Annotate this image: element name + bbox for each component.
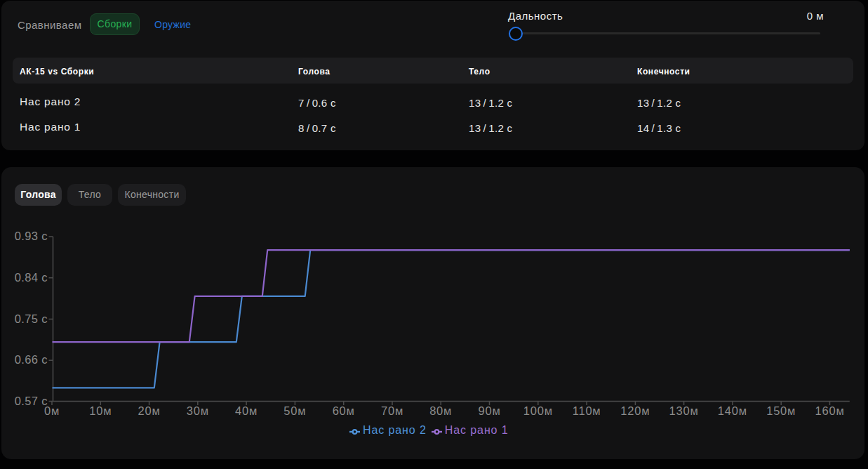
svg-text:110м: 110м <box>573 404 601 417</box>
svg-text:50м: 50м <box>283 404 306 417</box>
svg-text:100м: 100м <box>523 404 553 417</box>
svg-text:20м: 20м <box>138 404 161 417</box>
svg-text:0.93 с: 0.93 с <box>15 230 48 242</box>
svg-text:160м: 160м <box>815 404 844 417</box>
svg-text:140м: 140м <box>718 404 747 417</box>
svg-text:70м: 70м <box>381 404 403 417</box>
svg-text:130м: 130м <box>669 404 699 417</box>
svg-text:0м: 0м <box>44 404 60 417</box>
svg-text:90м: 90м <box>478 404 500 417</box>
svg-text:150м: 150м <box>766 404 796 417</box>
svg-text:0.57 с: 0.57 с <box>15 395 48 407</box>
svg-text:80м: 80м <box>429 404 452 417</box>
svg-text:40м: 40м <box>235 404 258 417</box>
svg-text:120м: 120м <box>620 404 650 417</box>
svg-text:30м: 30м <box>187 404 209 417</box>
svg-text:0.84 с: 0.84 с <box>15 271 48 284</box>
svg-text:0.66 с: 0.66 с <box>15 353 48 366</box>
svg-text:60м: 60м <box>333 404 355 417</box>
svg-text:10м: 10м <box>89 404 112 417</box>
svg-text:0.75 с: 0.75 с <box>15 312 48 325</box>
